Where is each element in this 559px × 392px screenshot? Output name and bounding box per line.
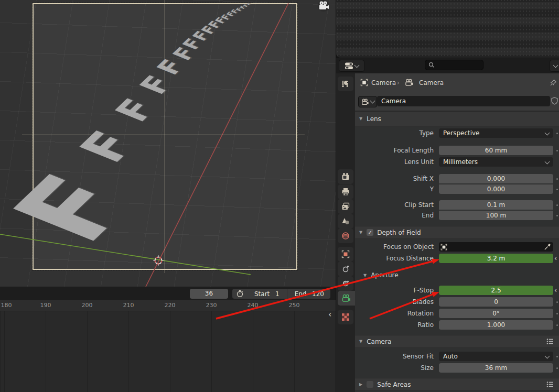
f-text-object[interactable]: F <box>96 136 119 158</box>
camera-center-guide-horizontal <box>22 135 305 135</box>
panel-header-safe-areas[interactable]: ▶ Safe Areas <box>355 378 559 391</box>
browse-camera-data-button[interactable] <box>358 96 377 107</box>
f-text-object[interactable]: F <box>49 186 98 232</box>
animate-dot[interactable] <box>556 324 558 326</box>
timeline-grid-area[interactable] <box>0 311 336 392</box>
viewport-3d[interactable]: F F F F F F F F F F F F F F F F F F <box>0 0 336 287</box>
row-type: Type Perspective <box>355 128 559 138</box>
ruler-tick: 210 <box>123 302 134 309</box>
f-text-object[interactable]: F <box>188 40 197 48</box>
focus-distance-field[interactable]: 3.2 m <box>439 254 553 263</box>
stopwatch-icon[interactable] <box>236 290 244 298</box>
fake-user-shield-icon[interactable] <box>551 97 558 105</box>
animate-dot[interactable] <box>556 356 558 357</box>
animate-dot[interactable] <box>556 178 558 180</box>
focus-object-field[interactable] <box>439 242 553 252</box>
animate-dot[interactable] <box>556 313 558 314</box>
chevron-down-icon <box>545 130 550 136</box>
tab-view-layer[interactable] <box>338 199 353 214</box>
f-text-object[interactable]: F <box>149 79 163 92</box>
tab-tool[interactable] <box>338 77 353 91</box>
panel-menu-icon[interactable] <box>546 381 554 388</box>
rotation-field[interactable]: 0° <box>439 309 553 318</box>
eyedropper-icon[interactable] <box>544 244 551 251</box>
f-text-object[interactable]: F <box>245 5 247 7</box>
tab-camera-data-active[interactable] <box>338 291 355 306</box>
ratio-field[interactable]: 1.000 <box>439 320 553 330</box>
f-text-object[interactable]: F <box>206 27 212 32</box>
chevron-down-icon <box>545 354 550 359</box>
f-text-object[interactable]: F <box>242 6 244 8</box>
sensor-fit-select[interactable]: Auto <box>439 352 553 361</box>
safe-areas-checkbox-unchecked[interactable] <box>367 381 373 388</box>
shift-x-field[interactable]: 0.000 <box>439 174 553 183</box>
dof-checkbox-checked[interactable]: ✓ <box>367 229 373 236</box>
animate-dot[interactable] <box>556 150 558 151</box>
keyframe-decorator-icon[interactable]: ‹ <box>554 254 557 263</box>
breadcrumb-object-name[interactable]: Camera <box>371 73 396 92</box>
current-frame-field[interactable]: 36 <box>190 289 228 299</box>
f-text-object[interactable]: F <box>219 18 223 23</box>
f-text-object[interactable]: F <box>229 13 233 16</box>
search-input[interactable] <box>425 60 483 70</box>
row-clip-start: Clip Start 0.1 m <box>355 200 559 210</box>
tab-texture[interactable] <box>338 310 353 324</box>
panel-header-depth-of-field[interactable]: ▼ ✓ Depth of Field <box>355 226 559 239</box>
collapse-chevron-icon[interactable]: ‹ <box>328 309 331 319</box>
panel-header-camera[interactable]: ▼ Camera <box>355 335 559 348</box>
f-text-object[interactable]: F <box>180 49 189 58</box>
lens-unit-select[interactable]: Millimeters <box>439 157 553 167</box>
tool-icon <box>341 80 350 88</box>
f-text-object[interactable]: F <box>212 22 218 27</box>
camera-name-field[interactable]: Camera <box>377 96 550 106</box>
animate-dot[interactable] <box>556 367 558 369</box>
tab-output[interactable] <box>338 184 353 199</box>
f-text-object[interactable]: F <box>238 8 240 11</box>
editor-type-button[interactable] <box>339 60 364 72</box>
pin-icon[interactable] <box>550 73 557 92</box>
field-label: F-Stop <box>355 286 434 295</box>
f-text-object[interactable]: F <box>165 62 176 73</box>
clip-start-field[interactable]: 0.1 m <box>439 200 553 210</box>
start-frame-value[interactable]: 1 <box>275 290 280 298</box>
field-label: Type <box>355 128 434 138</box>
tab-render[interactable] <box>338 169 353 184</box>
f-text-object[interactable]: F <box>233 10 236 13</box>
tab-world[interactable] <box>338 228 353 243</box>
dope-sheet-channel-area[interactable] <box>336 0 559 58</box>
animate-dot[interactable] <box>556 204 558 206</box>
focal-length-field[interactable]: 60 mm <box>439 146 553 155</box>
f-text-object[interactable]: F <box>127 102 144 118</box>
blades-field[interactable]: 0 <box>439 297 553 307</box>
subpanel-header-aperture[interactable]: ▼ Aperture <box>355 270 559 280</box>
fstop-field[interactable]: 2.5 <box>439 286 553 295</box>
panel-header-lens[interactable]: ▼ Lens <box>355 111 559 126</box>
row-lens-unit: Lens Unit Millimeters <box>355 157 559 167</box>
chevron-down-icon <box>354 62 360 68</box>
sensor-size-field[interactable]: 36 mm <box>439 363 553 373</box>
row-focus-distance: Focus Distance 3.2 m ‹ <box>355 254 559 263</box>
end-frame-value[interactable]: 120 <box>312 290 324 298</box>
camera-view-gizmo-icon[interactable] <box>316 0 331 13</box>
animate-dot[interactable] <box>556 189 558 190</box>
f-text-object[interactable]: F <box>224 15 228 19</box>
breadcrumb-data-name[interactable]: Camera <box>419 73 444 92</box>
physics-icon <box>341 265 350 273</box>
animate-dot[interactable] <box>556 301 558 303</box>
tab-constraints[interactable] <box>338 276 353 291</box>
panel-menu-icon[interactable] <box>546 338 554 345</box>
f-text-object[interactable]: F <box>198 32 205 39</box>
tab-scene[interactable] <box>338 214 353 228</box>
animate-dot[interactable] <box>556 133 558 134</box>
tab-object[interactable] <box>338 247 353 262</box>
type-select[interactable]: Perspective <box>439 128 553 138</box>
timeline-ruler[interactable]: 180 190 200 210 220 230 240 250 <box>0 300 336 311</box>
options-dropdown-button[interactable] <box>550 60 559 72</box>
animate-dot[interactable] <box>556 215 558 216</box>
keyframe-decorator-icon[interactable]: ‹ <box>554 286 557 295</box>
panel-expand-triangle: ▼ <box>359 339 362 344</box>
shift-y-field[interactable]: 0.000 <box>439 184 553 194</box>
tab-physics[interactable] <box>338 262 353 276</box>
f-text-object[interactable]: F <box>248 3 250 5</box>
clip-end-field[interactable]: 100 m <box>439 211 553 220</box>
